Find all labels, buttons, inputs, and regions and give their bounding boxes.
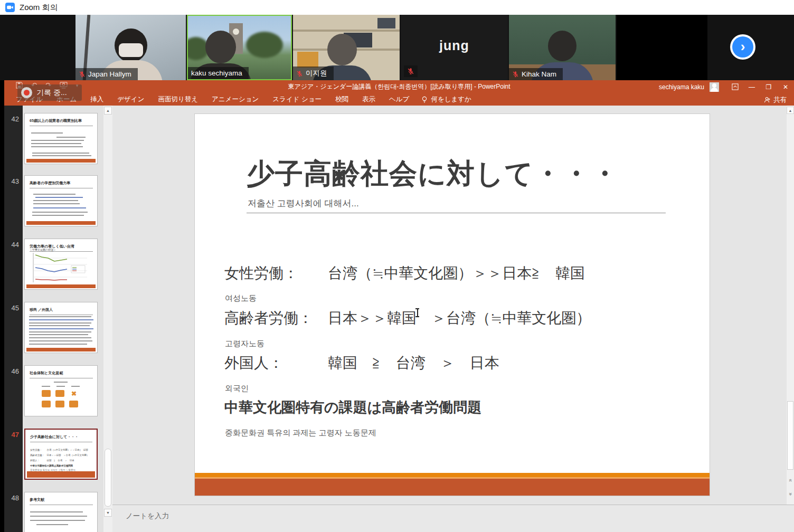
account-name[interactable]: sechiyama kaku [659,83,704,91]
zoom-window-title: Zoom 회의 [20,3,58,13]
tab-transitions[interactable]: 画面切り替え [151,93,205,106]
main-scrollbar[interactable]: ▲ « » [787,106,794,505]
face-mask [119,43,143,57]
slide-number: 43 [4,177,19,185]
next-slide-button[interactable]: » [787,489,794,499]
share-person-icon [764,97,771,103]
thumbnail-slide-46[interactable]: 社会体制と文化規範 ✖ [24,365,98,416]
participant-name: Japan Hallym [88,70,131,78]
thumbnail-slide-45[interactable]: 移民 ／外国人 [24,302,98,353]
participant-tile-japan-hallym[interactable]: Japan Hallym [75,15,186,80]
notes-placeholder[interactable]: ノートを入力 [126,511,169,521]
thumbnail-slide-48[interactable]: 参考文献 [24,492,98,532]
minimize-button[interactable]: — [743,80,760,93]
ribbon-tab-row: ファイル ホーム 挿入 デザイン 画面切り替え アニメーション スライド ショー… [4,93,794,106]
slide-number: 45 [4,304,19,312]
slide-number: 48 [4,494,19,502]
current-slide-canvas[interactable]: 少子高齢社会に対して・・・ 저출산 고령사회에 대해서... 女性労働： 台湾（… [194,113,710,496]
participant-tile-black-video[interactable] [617,15,707,80]
recording-indicator: 기록 중... [17,84,82,101]
diagram-x-icon: ✖ [71,390,78,397]
slide-body-line[interactable]: 女性労働： 台湾（≒中華文化圏）＞＞日本≧ 韓国 [224,263,585,283]
tab-insert[interactable]: 挿入 [83,93,110,106]
chevron-right-icon: › [741,39,745,54]
ppt-body: 42 43 44 45 46 47 48 65歳以上の就業者の職業別比率 [4,106,794,532]
participant-tile-leejiwon[interactable]: 이지원 [293,15,400,80]
thumbnail-title: 高齢者の学歴別労働力率 [30,180,93,188]
participant-name: kaku sechiyama [191,69,242,77]
slide-accent-bar-rust [195,479,710,496]
books [377,18,395,28]
muted-mic-icon [404,65,418,77]
close-button[interactable]: ✕ [777,80,794,93]
thumbnail-panel-scrollbar[interactable]: ▲ ▼ [103,106,112,532]
share-button[interactable]: 共有 [764,94,787,105]
participant-name-label: kaku sechiyama [188,67,249,79]
video-strip: Japan Hallym kaku sechiyama 이지원 jung [0,15,794,80]
storage-box [297,52,318,68]
participant-tile-jung[interactable]: jung [401,15,508,80]
tell-me-label: 何をしますか [431,95,471,104]
slide-body-subline[interactable]: 여성노동 [225,293,257,303]
thumbnail-accent-bar [27,471,95,478]
scrollbar-thumb[interactable] [787,401,793,470]
slide-body-subline[interactable]: 고령자노동 [225,339,264,349]
titlebar-controls: sechiyama kaku — ❐ ✕ [659,80,794,93]
scroll-up-icon[interactable]: ▲ [787,107,794,114]
ribbon-display-options-icon[interactable] [726,80,743,93]
thumbnail-accent-bar [26,284,96,288]
thumbnail-text-line: 女性労働： 台湾（≒中華文化圏）＞＞日本≧ 韓国 [30,449,94,451]
previous-slide-button[interactable]: « [787,475,794,486]
background-trees [246,32,283,58]
participant-tile-kaku-sechiyama[interactable]: kaku sechiyama [187,15,292,80]
ppt-titlebar: ↶ ↷ ▾ 기록 중... 東アジア・ジェンダー論講義（한림대-최종번역）[読み… [4,80,794,93]
thumbnail-title: 参考文献 [30,497,93,505]
participant-name-label: Japan Hallym [75,68,138,80]
slide-body-subline[interactable]: 중화문화권 특유의 과제는 고령자 노동문제 [225,428,376,438]
account-avatar[interactable] [710,82,719,92]
thumbnail-title: 少子高齢社会に対して・・・ [30,434,92,442]
thumbnail-text-line: 外国人： 韓国 ≧ 台湾 ＞ 日本 [30,459,94,462]
slide-body-line[interactable]: 外国人： 韓国 ≧ 台湾 ＞ 日本 [224,353,499,373]
slide-accent-bar-orange [195,473,710,477]
tell-me-search[interactable]: 何をしますか [421,95,471,104]
zoom-logo-icon [5,3,15,12]
diagram-box [55,390,64,397]
participant-silhouette [327,34,357,65]
tab-review[interactable]: 校閲 [328,93,355,106]
thumbnail-slide-44[interactable]: 労働力率の著しく低い台湾 ＜中華文化圏の特徴＞ [24,239,98,290]
tab-help[interactable]: ヘルプ [382,93,416,106]
slide-number: 42 [4,115,19,123]
slide-body-line[interactable]: 中華文化圏特有の課題は高齢者労働問題 [224,398,481,417]
gallery-next-page-button[interactable]: › [730,34,755,60]
slide-subtitle[interactable]: 저출산 고령사회에 대해서... [248,197,359,210]
text-cursor [415,308,420,317]
scrollbar-thumb[interactable] [105,449,111,507]
participant-silhouette [205,31,236,63]
slide-number-selected: 47 [4,431,19,439]
participant-name: jung [401,38,508,53]
slide-number: 46 [4,367,19,375]
bookshelf [293,30,400,32]
participant-tile-kihak-nam[interactable]: Kihak Nam [509,15,616,80]
participant-name: 이지원 [306,69,327,78]
slide-title[interactable]: 少子高齢社会に対して・・・ [247,155,619,193]
slide-thumbnail-panel: 65歳以上の就業者の職業別比率 高齢者の学歴別労働力率 [23,106,103,532]
tab-view[interactable]: 表示 [355,93,382,106]
notes-pane[interactable]: ノートを入力 [112,505,794,532]
tab-animations[interactable]: アニメーション [205,93,266,106]
thumbnail-slide-47-selected[interactable]: 少子高齢社会に対して・・・ 女性労働： 台湾（≒中華文化圏）＞＞日本≧ 韓国 高… [24,429,98,480]
slide-body-line[interactable]: 高齢者労働： 日本＞＞韓国 ＞台湾（≒中華文化圏） [224,308,591,328]
thumbnail-slide-42[interactable]: 65歳以上の就業者の職業別比率 [24,113,98,164]
share-label: 共有 [773,96,787,104]
participant-name: Kihak Nam [522,70,556,78]
restore-button[interactable]: ❐ [760,80,777,93]
scroll-down-icon[interactable]: ▼ [104,509,112,517]
participant-silhouette [548,31,576,61]
thumbnail-chart [29,252,92,284]
scroll-up-icon[interactable]: ▲ [104,107,112,115]
tab-design[interactable]: デザイン [110,93,151,106]
slide-body-subline[interactable]: 외국인 [225,384,249,394]
tab-slideshow[interactable]: スライド ショー [266,93,328,106]
thumbnail-slide-43[interactable]: 高齢者の学歴別労働力率 [24,175,98,226]
